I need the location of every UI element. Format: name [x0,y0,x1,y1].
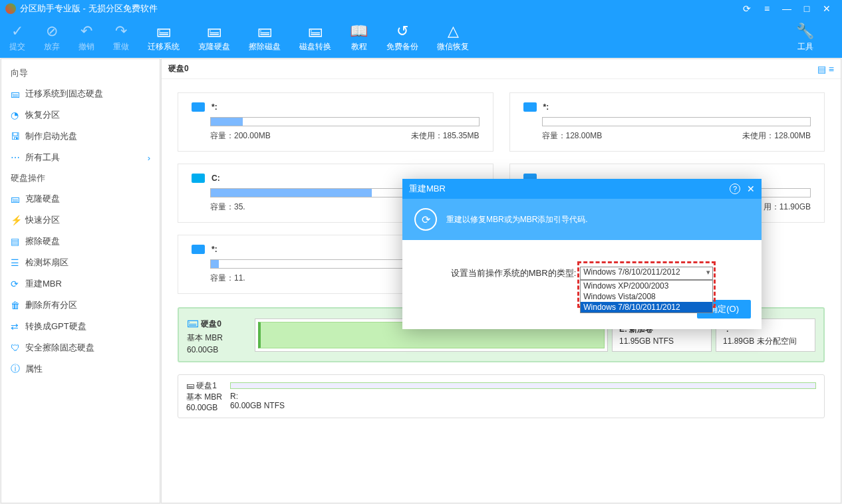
titlebar: 分区助手专业版 - 无损分区免费软件 ⟳ ≡ — □ ✕ [0,0,842,17]
tutorial-button[interactable]: 📖教程 [350,23,368,53]
sidebar-item-delete-all[interactable]: 🗑删除所有分区 [1,295,160,316]
badsector-icon: ☰ [11,257,25,268]
chevron-right-icon: › [148,153,150,163]
partition-block[interactable]: R:60.00GB NTFS [230,382,816,410]
app-title: 分区助手专业版 - 无损分区免费软件 [20,3,158,15]
rebuild-mbr-dialog: 重建MBR ? ✕ ⟳ 重建以修复MBR或为MBR添加引导代码. 设置当前操作系… [402,179,762,329]
disk-icon: 🖴 [186,381,194,390]
recover-icon: ◔ [11,110,25,120]
convert-icon: 🖴 [308,23,323,40]
sidebar-item-rebuild-mbr[interactable]: ⟳重建MBR [1,273,160,295]
discard-button[interactable]: ⊘放弃 [44,23,60,53]
drive-icon [192,102,205,112]
mbr-type-dropdown: Windows XP/2000/2003Windows Vista/2008Wi… [580,280,713,313]
mbr-type-label: 设置当前操作系统的MBR的类型: [451,267,577,279]
sidebar-wizard-header: 向导 [1,63,160,83]
mbr-option[interactable]: Windows XP/2000/2003 [581,281,712,291]
wechat-button[interactable]: △微信恢复 [437,23,469,53]
dialog-title: 重建MBR [409,183,446,195]
sidebar-item-clone-disk[interactable]: 🖴克隆硬盘 [1,188,160,209]
sidebar-item-secure-erase[interactable]: 🛡安全擦除固态硬盘 [1,337,160,358]
wipe-disk-icon: ▤ [11,236,25,247]
sidebar-item-migrate-ssd[interactable]: 🖴迁移系统到固态硬盘 [1,83,160,104]
tools-button[interactable]: 🔧 工具 [796,23,814,53]
undo-icon: ↶ [80,23,92,40]
commit-button[interactable]: ✓提交 [9,23,25,53]
sidebar-item-badsector[interactable]: ☰检测坏扇区 [1,252,160,273]
refresh-button[interactable]: ⟳ [737,3,757,14]
disk-row[interactable]: 🖴 硬盘1 基本 MBR60.00GB R:60.00GB NTFS [178,374,825,418]
sidebar-disk-header: 硬盘操作 [1,168,160,188]
drive-icon [523,102,537,112]
redo-button[interactable]: ↷重做 [113,23,129,53]
sidebar-item-wipe-disk[interactable]: ▤擦除硬盘 [1,231,160,252]
mbr-type-combobox[interactable]: Windows 7/8/10/2011/2012 [580,267,713,280]
sidebar-item-to-gpt[interactable]: ⇄转换成GPT硬盘 [1,316,160,337]
menu-button[interactable]: ≡ [757,3,777,14]
migrate-button[interactable]: 🖴迁移系统 [148,23,180,53]
dialog-help-button[interactable]: ? [730,184,740,194]
sidebar: 向导 🖴迁移系统到固态硬盘◔恢复分区🖫制作启动光盘⋯所有工具› 硬盘操作 🖴克隆… [1,59,160,503]
props-icon: ⓘ [11,363,25,375]
delete-all-icon: 🗑 [11,300,25,311]
partition-card[interactable]: *: 容量：200.00MB未使用：185.35MB [178,92,493,152]
minimize-button[interactable]: — [777,3,797,14]
app-logo-icon [5,3,16,14]
toolbar: ✓提交⊘放弃↶撤销↷重做🖴迁移系统🖴克隆硬盘🖴擦除磁盘🖴磁盘转换📖教程↺免费备份… [0,17,842,58]
dialog-subtitle: 重建以修复MBR或为MBR添加引导代码. [446,214,588,225]
backup-button[interactable]: ↺免费备份 [386,23,418,53]
clone-button[interactable]: 🖴克隆硬盘 [198,23,230,53]
mbr-option[interactable]: Windows Vista/2008 [581,291,712,302]
rebuild-icon: ⟳ [414,208,437,231]
maximize-button[interactable]: □ [797,3,817,14]
to-gpt-icon: ⇄ [11,321,25,332]
discard-icon: ⊘ [46,23,58,40]
content-area: 硬盘0 ▤ ≡ *: 容量：200.00MB未使用：185.35MB *: 容量… [161,59,841,503]
sidebar-item-recover[interactable]: ◔恢复分区 [1,104,160,126]
wechat-icon: △ [448,23,459,40]
sidebar-item-boot-disc[interactable]: 🖫制作启动光盘 [1,126,160,147]
wipe-button[interactable]: 🖴擦除磁盘 [249,23,281,53]
backup-icon: ↺ [396,23,408,40]
convert-button[interactable]: 🖴磁盘转换 [299,23,331,53]
all-tools-icon: ⋯ [11,152,25,163]
sidebar-item-quick-part[interactable]: ⚡快速分区 [1,209,160,231]
redo-icon: ↷ [115,23,127,40]
undo-button[interactable]: ↶撤销 [78,23,94,53]
mbr-option[interactable]: Windows 7/8/10/2011/2012 [581,302,712,313]
secure-erase-icon: 🛡 [11,342,25,353]
wipe-icon: 🖴 [257,23,272,40]
rebuild-mbr-icon: ⟳ [11,279,25,289]
usage-bar [210,117,480,126]
wrench-icon: 🔧 [796,23,814,40]
clone-icon: 🖴 [207,23,221,40]
drive-icon [192,245,205,254]
dialog-close-button[interactable]: ✕ [747,184,755,194]
drive-icon [192,174,205,183]
partition-card[interactable]: *: 容量：128.00MB未使用：128.00MB [509,92,825,152]
quick-part-icon: ⚡ [11,215,25,225]
sidebar-item-props[interactable]: ⓘ属性 [1,358,160,380]
migrate-icon: 🖴 [156,23,171,40]
clone-disk-icon: 🖴 [11,193,25,204]
sidebar-item-all-tools[interactable]: ⋯所有工具› [1,147,160,168]
content-title: 硬盘0 [168,63,189,74]
partition-bar [230,382,816,389]
commit-icon: ✓ [11,23,23,40]
boot-disc-icon: 🖫 [11,131,25,142]
usage-bar [542,117,811,126]
close-button[interactable]: ✕ [817,3,837,14]
migrate-ssd-icon: 🖴 [11,88,25,99]
tutorial-icon: 📖 [350,23,368,40]
disk-icon: 🖴 [187,316,199,329]
view-toggle-icon[interactable]: ▤ ≡ [817,64,834,74]
